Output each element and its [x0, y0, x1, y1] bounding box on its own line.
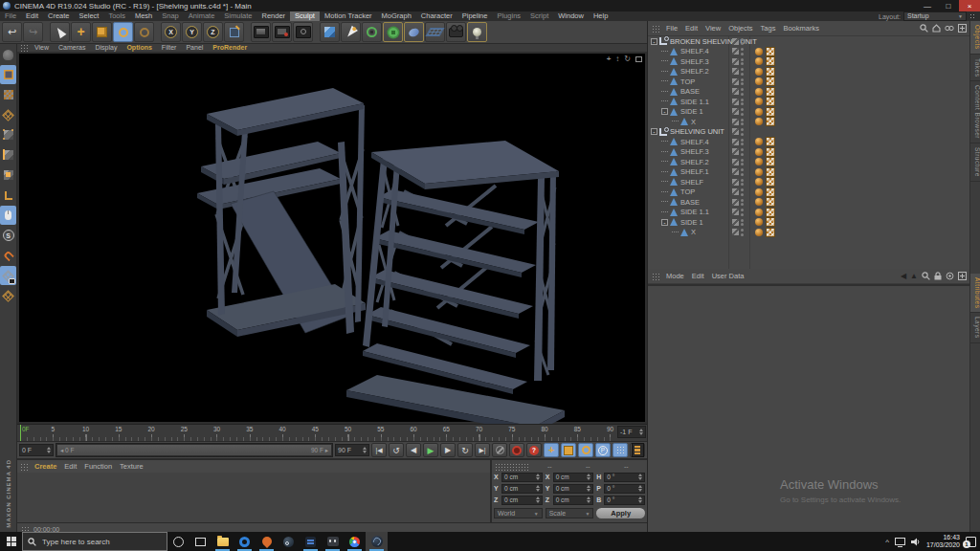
- object-row-side-1-1-17[interactable]: SIDE 1.1: [648, 208, 980, 218]
- visibility-dots-icon[interactable]: [741, 108, 744, 116]
- om-menu-tags[interactable]: Tags: [757, 24, 780, 33]
- visibility-toggles[interactable]: [732, 209, 744, 216]
- panel-handle-icon[interactable]: [495, 463, 529, 471]
- menu-simulate[interactable]: Simulate: [219, 11, 256, 21]
- visibility-dots-icon[interactable]: [741, 179, 744, 187]
- frame-offset-field[interactable]: -1 F: [617, 426, 646, 438]
- phong-tag-icon[interactable]: [755, 198, 763, 206]
- phong-tag-icon[interactable]: [755, 77, 763, 85]
- coord-field-y-1[interactable]: 0 cm: [553, 484, 594, 494]
- visibility-toggles[interactable]: [732, 179, 744, 187]
- add-panel-icon[interactable]: [958, 24, 967, 33]
- menu-character[interactable]: Character: [416, 11, 457, 21]
- menu-mograph[interactable]: MoGraph: [377, 11, 416, 21]
- uvw-tag-icon[interactable]: [766, 137, 775, 146]
- visibility-toggles[interactable]: [732, 88, 744, 96]
- visibility-dots-icon[interactable]: [741, 188, 744, 196]
- menu-animate[interactable]: Animate: [184, 11, 220, 21]
- apply-button[interactable]: Apply: [596, 508, 645, 518]
- start-button[interactable]: [0, 532, 22, 551]
- visibility-toggles[interactable]: [732, 139, 744, 146]
- layer-chip-icon[interactable]: [732, 128, 739, 135]
- expander-icon[interactable]: -: [661, 108, 668, 115]
- add-panel-icon[interactable]: [958, 272, 967, 280]
- path-icon[interactable]: [945, 25, 954, 32]
- object-tags[interactable]: [755, 47, 775, 56]
- menu-pipeline[interactable]: Pipeline: [457, 11, 493, 21]
- volume-icon[interactable]: [911, 538, 921, 546]
- timeline-ruler[interactable]: 0F 51015202530354045505560657075808590 -…: [17, 424, 647, 441]
- lock-y-button[interactable]: Y: [182, 22, 202, 42]
- world-dropdown[interactable]: World▼: [494, 508, 543, 518]
- stepper-icon[interactable]: [534, 474, 540, 480]
- visibility-dots-icon[interactable]: [741, 148, 744, 156]
- am-menu-edit[interactable]: Edit: [688, 272, 708, 281]
- object-tags[interactable]: [755, 167, 775, 177]
- visibility-dots-icon[interactable]: [741, 58, 744, 66]
- am-menu-mode[interactable]: Mode: [662, 272, 688, 281]
- uvw-tag-icon[interactable]: [766, 107, 775, 117]
- key-pla-button[interactable]: [612, 443, 628, 457]
- subdivision-surface-button[interactable]: [362, 22, 382, 42]
- stepper-icon[interactable]: [636, 496, 642, 503]
- close-button[interactable]: ×: [959, 0, 980, 11]
- panel-handle-icon[interactable]: [652, 25, 659, 33]
- last-tool-button[interactable]: [134, 22, 154, 42]
- record-off-button[interactable]: [492, 443, 507, 457]
- layer-chip-icon[interactable]: [732, 179, 739, 186]
- uvw-tag-icon[interactable]: [766, 67, 775, 77]
- viewport-menu-display[interactable]: Display: [91, 44, 121, 52]
- texture-mode-button[interactable]: [0, 85, 16, 104]
- material-menu-texture[interactable]: Texture: [116, 462, 147, 472]
- object-tags[interactable]: [755, 137, 775, 146]
- magnet-snap-button[interactable]: [0, 246, 16, 265]
- points-mode-button[interactable]: [0, 125, 16, 144]
- visibility-toggles[interactable]: [732, 48, 744, 55]
- om-menu-objects[interactable]: Objects: [724, 24, 756, 33]
- scale-tool-button[interactable]: [92, 22, 112, 42]
- object-tags[interactable]: [755, 228, 775, 237]
- phong-tag-icon[interactable]: [755, 48, 763, 55]
- light-button[interactable]: [467, 22, 487, 42]
- key-rotation-button[interactable]: [578, 443, 593, 457]
- taskbar-gitkraken[interactable]: [256, 532, 278, 551]
- menu-tools[interactable]: Tools: [103, 11, 130, 21]
- visibility-dots-icon[interactable]: [741, 209, 744, 216]
- coord-field-y-0[interactable]: 0 cm: [501, 484, 543, 494]
- layer-chip-icon[interactable]: [732, 38, 739, 45]
- mouse-input-button[interactable]: [0, 206, 16, 225]
- phong-tag-icon[interactable]: [755, 168, 763, 176]
- minimize-button[interactable]: —: [917, 0, 938, 11]
- object-tags[interactable]: [755, 77, 775, 86]
- polygons-mode-button[interactable]: [0, 165, 16, 185]
- phong-tag-icon[interactable]: [755, 57, 763, 65]
- layer-chip-icon[interactable]: [732, 99, 739, 105]
- phong-tag-icon[interactable]: [755, 158, 763, 165]
- am-menu-user-data[interactable]: User Data: [708, 272, 748, 281]
- task-view-button[interactable]: [189, 532, 212, 551]
- visibility-toggles[interactable]: [732, 148, 744, 156]
- object-row-x-8[interactable]: X: [648, 117, 980, 127]
- workplane-mode-button[interactable]: [0, 105, 16, 124]
- layer-chip-icon[interactable]: [732, 229, 739, 235]
- uvw-tag-icon[interactable]: [766, 97, 775, 106]
- go-end-button[interactable]: ▶|: [475, 443, 490, 457]
- taskbar-search[interactable]: [22, 532, 167, 551]
- om-menu-edit[interactable]: Edit: [681, 24, 702, 33]
- next-key-button[interactable]: ↻: [457, 443, 473, 457]
- visibility-toggles[interactable]: [732, 58, 744, 66]
- pan-icon[interactable]: +: [607, 55, 612, 63]
- object-tags[interactable]: [755, 157, 775, 166]
- hidden-icons-chevron[interactable]: ^: [885, 538, 889, 546]
- menu-edit[interactable]: Edit: [21, 11, 43, 21]
- taskbar-chrome[interactable]: [344, 532, 366, 551]
- object-row-shelf-2-3[interactable]: SHELF.2: [648, 67, 980, 77]
- viewport-menu-prorender[interactable]: ProRender: [209, 44, 251, 52]
- prev-frame-button[interactable]: ◀: [406, 443, 421, 457]
- viewport-menu-panel[interactable]: Panel: [182, 44, 207, 52]
- object-row-shelf-3-11[interactable]: SHELF.3: [648, 147, 980, 158]
- workplane-lock-button[interactable]: [0, 266, 16, 285]
- object-tags[interactable]: [755, 208, 775, 217]
- object-row-shelf-4-10[interactable]: SHELF.4: [648, 137, 980, 147]
- layer-chip-icon[interactable]: [732, 48, 739, 55]
